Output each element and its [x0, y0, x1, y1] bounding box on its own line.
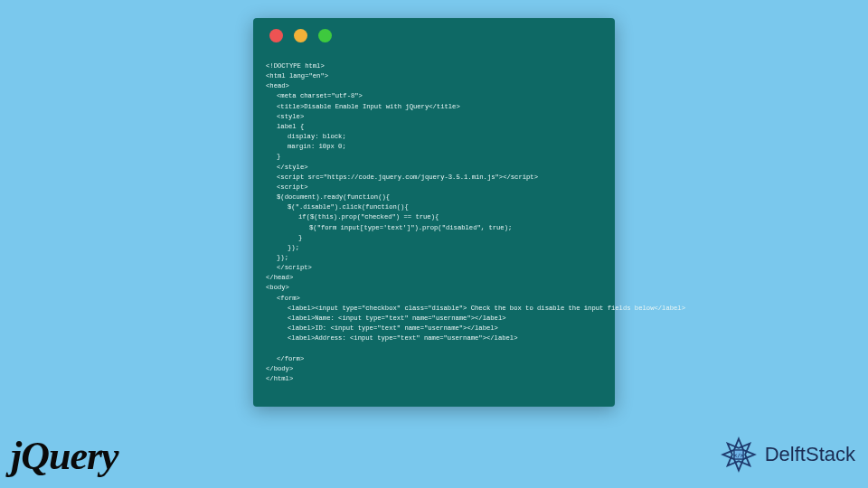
code-line: <label><input type="checkbox" class="dis…	[266, 304, 602, 314]
code-line: <label>ID: <input type="text" name="user…	[266, 324, 602, 333]
delftstack-logo: </> DelftStack	[718, 434, 855, 475]
code-line: </head>	[266, 273, 602, 283]
close-icon[interactable]	[269, 29, 283, 42]
code-line: </style>	[266, 163, 602, 173]
code-line: </body>	[266, 364, 602, 374]
code-line: display: block;	[266, 132, 602, 142]
maximize-icon[interactable]	[318, 29, 332, 42]
code-line: $("form input[type='text']").prop("disab…	[266, 223, 602, 233]
code-line: </form>	[266, 354, 602, 364]
code-line: <html lang="en">	[266, 71, 602, 81]
code-line: $(".disable").click(function(){	[266, 202, 602, 212]
code-line: <script>	[266, 183, 602, 192]
code-line: <!DOCTYPE html>	[266, 61, 602, 71]
code-window: <!DOCTYPE html><html lang="en"><head><me…	[253, 18, 615, 407]
minimize-icon[interactable]	[294, 29, 307, 42]
code-line: <head>	[266, 81, 602, 91]
code-line: label {	[266, 122, 602, 132]
code-line: <script src="https://code.jquery.com/jqu…	[266, 173, 602, 183]
delftstack-text: DelftStack	[765, 443, 855, 466]
code-line: }	[266, 233, 602, 243]
code-line: <title>Disable Enable Input with jQuery<…	[266, 102, 602, 112]
code-line: </script>	[266, 263, 602, 273]
code-line: }	[266, 152, 602, 162]
svg-text:</>: </>	[733, 452, 743, 458]
code-body: <!DOCTYPE html><html lang="en"><head><me…	[253, 52, 615, 397]
code-line: <label>Name: <input type="text" name="us…	[266, 314, 602, 324]
window-titlebar	[253, 18, 615, 52]
code-line: });	[266, 243, 602, 253]
code-line: margin: 10px 0;	[266, 142, 602, 152]
code-line: });	[266, 253, 602, 263]
code-line: <style>	[266, 112, 602, 122]
code-line: if($(this).prop("checked") == true){	[266, 212, 602, 222]
jquery-logo: jQuery	[11, 433, 118, 479]
code-line: <label>Address: <input type="text" name=…	[266, 333, 602, 343]
code-line: <form>	[266, 294, 602, 304]
code-line: </html>	[266, 374, 602, 384]
code-line	[266, 343, 602, 353]
code-line: $(document).ready(function(){	[266, 192, 602, 202]
code-line: <body>	[266, 283, 602, 293]
delftstack-icon: </>	[718, 434, 760, 475]
code-line: <meta charset="utf-8">	[266, 91, 602, 101]
